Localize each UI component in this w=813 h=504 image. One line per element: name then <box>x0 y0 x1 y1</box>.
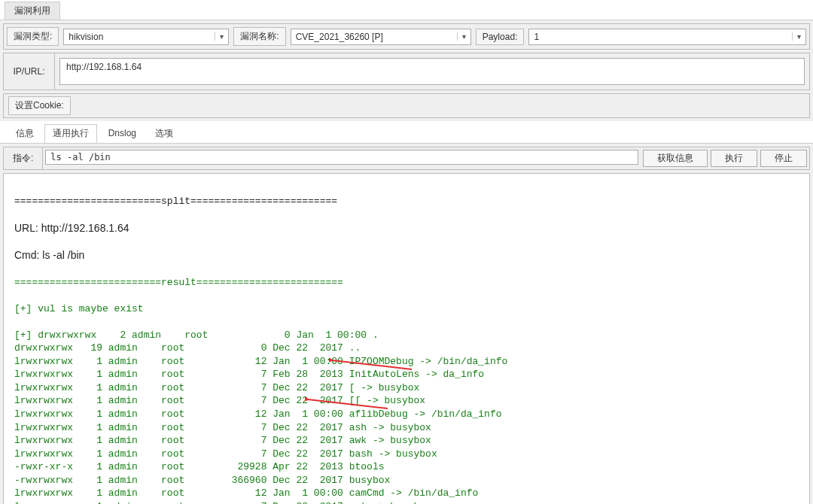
main-tab-strip: 漏洞利用 <box>0 0 813 20</box>
listing-line: -rwxrwxrwx 1 admin root 366960 Dec 22 20… <box>14 474 799 487</box>
chevron-down-icon: ▾ <box>457 32 470 41</box>
tab-dnslog[interactable]: Dnslog <box>100 125 145 141</box>
listing-line: lrwxrwxrwx 1 admin root 12 Jan 1 00:00 a… <box>14 408 799 421</box>
listing-line: lrwxrwxrwx 1 admin root 7 Dec 22 2017 [[… <box>14 394 799 408</box>
command-row: 指令: ls -al /bin 获取信息 执行 停止 <box>3 147 810 170</box>
vuln-toolbar: 漏洞类型: hikvision ▾ 漏洞名称: CVE_2021_36260 [… <box>3 23 810 50</box>
cookie-row: 设置Cookie: <box>3 93 810 118</box>
vuln-type-label: 漏洞类型: <box>7 27 59 46</box>
payload-label: Payload: <box>476 29 525 45</box>
split-separator: =========================split==========… <box>14 195 799 208</box>
sub-tab-strip: 信息 通用执行 Dnslog 选项 <box>0 121 813 144</box>
output-panel: =========================split==========… <box>3 173 810 504</box>
listing-line: lrwxrwxrwx 1 admin root 7 Dec 22 2017 ba… <box>14 448 799 461</box>
cookie-label: 设置Cookie: <box>8 96 71 115</box>
listing-line: lrwxrwxrwx 1 admin root 7 Feb 28 2013 In… <box>14 368 799 381</box>
listing-line: -rwxr-xr-x 1 admin root 29928 Apr 22 201… <box>14 460 799 474</box>
get-info-button[interactable]: 获取信息 <box>643 150 708 167</box>
tab-info[interactable]: 信息 <box>8 124 42 143</box>
output-cmd: Cmd: ls -al /bin <box>14 248 799 263</box>
listing-line: lrwxrwxrwx 1 admin root 12 Jan 1 00:00 I… <box>14 355 799 369</box>
payload-select[interactable]: 1 ▾ <box>528 29 806 45</box>
listing-line: lrwxrwxrwx 1 admin root 7 Dec 22 2017 as… <box>14 421 799 435</box>
vuln-type-select[interactable]: hikvision ▾ <box>63 29 229 45</box>
chevron-down-icon: ▾ <box>215 32 228 41</box>
file-listing: [+] drwxrwxrwx 2 admin root 0 Jan 1 00:0… <box>14 329 799 504</box>
listing-line: drwxrwxrwx 19 admin root 0 Dec 22 2017 .… <box>14 342 799 355</box>
chevron-down-icon: ▾ <box>792 32 805 41</box>
action-buttons: 获取信息 执行 停止 <box>641 147 809 169</box>
output-url: URL: http://192.168.1.64 <box>14 221 799 235</box>
tab-exec[interactable]: 通用执行 <box>44 124 97 143</box>
command-label: 指令: <box>4 147 43 169</box>
listing-line: lrwxrwxrwx 1 admin root 7 Dec 22 2017 [ … <box>14 381 799 395</box>
tab-options[interactable]: 选项 <box>147 124 181 143</box>
listing-line: lrwxrwxrwx 1 admin root 7 Dec 22 2017 aw… <box>14 434 799 448</box>
listing-line: [+] drwxrwxrwx 2 admin root 0 Jan 1 00:0… <box>14 329 799 342</box>
ipurl-row: IP/URL: http://192.168.1.64 <box>3 53 810 90</box>
result-separator: =========================result=========… <box>14 276 799 290</box>
ipurl-label: IP/URL: <box>4 53 55 90</box>
ipurl-input[interactable]: http://192.168.1.64 <box>59 58 805 85</box>
tab-exploit[interactable]: 漏洞利用 <box>5 2 60 20</box>
payload-value: 1 <box>529 32 792 42</box>
vuln-name-value: CVE_2021_36260 [P] <box>291 32 457 42</box>
execute-button[interactable]: 执行 <box>711 150 757 167</box>
vuln-name-select[interactable]: CVE_2021_36260 [P] ▾ <box>291 29 471 45</box>
vuln-type-value: hikvision <box>64 32 215 42</box>
command-input[interactable]: ls -al /bin <box>45 150 638 165</box>
listing-line: lrwxrwxrwx 1 admin root 12 Jan 1 00:00 c… <box>14 487 799 500</box>
vuln-name-label: 漏洞名称: <box>233 27 285 46</box>
vul-exist-line: [+] vul is maybe exist <box>14 302 799 316</box>
stop-button[interactable]: 停止 <box>760 150 807 167</box>
listing-line: lrwxrwxrwx 1 admin root 7 Dec 22 2017 ca… <box>14 500 799 504</box>
